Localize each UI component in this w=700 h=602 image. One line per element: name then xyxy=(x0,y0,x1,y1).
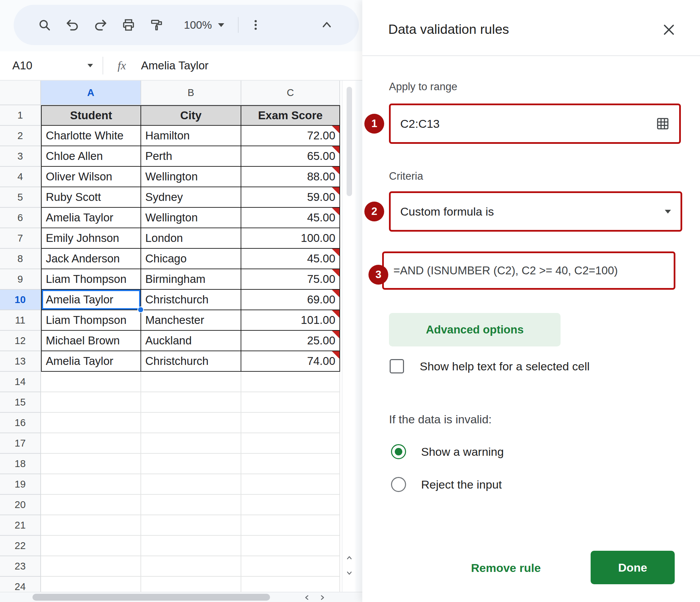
cell-c15[interactable] xyxy=(241,392,340,413)
row-header-15[interactable]: 15 xyxy=(0,392,41,413)
row-header-1[interactable]: 1 xyxy=(0,105,41,126)
cell-b18[interactable] xyxy=(141,454,241,474)
help-text-checkbox[interactable] xyxy=(390,359,404,373)
fill-handle[interactable] xyxy=(137,306,144,313)
cell-a21[interactable] xyxy=(41,515,141,536)
cell-a8[interactable]: Jack Anderson xyxy=(41,249,141,269)
cell-b10[interactable]: Christchurch xyxy=(141,290,241,310)
cell-c9[interactable]: 75.00 xyxy=(241,269,340,290)
scroll-right-button[interactable] xyxy=(318,593,327,602)
cell-c3[interactable]: 65.00 xyxy=(241,146,340,167)
row-header-13[interactable]: 13 xyxy=(0,351,41,372)
cell-a13[interactable]: Amelia Taylor xyxy=(41,351,141,372)
paint-format-button[interactable] xyxy=(147,15,166,35)
cell-b22[interactable] xyxy=(141,536,241,556)
column-header-c[interactable]: C xyxy=(241,81,340,105)
done-button[interactable]: Done xyxy=(591,551,675,584)
row-header-4[interactable]: 4 xyxy=(0,167,41,187)
cell-c17[interactable] xyxy=(241,433,340,454)
row-header-9[interactable]: 9 xyxy=(0,269,41,290)
cell-a20[interactable] xyxy=(41,495,141,515)
cell-a18[interactable] xyxy=(41,454,141,474)
vertical-scrollbar-thumb[interactable] xyxy=(347,87,352,196)
cell-b5[interactable]: Sydney xyxy=(141,187,241,208)
column-header-a[interactable]: A xyxy=(41,81,141,105)
column-header-b[interactable]: B xyxy=(141,81,241,105)
formula-bar-value[interactable]: Amelia Taylor xyxy=(141,59,208,72)
row-header-10[interactable]: 10 xyxy=(0,290,41,310)
cell-c11[interactable]: 101.00 xyxy=(241,310,340,331)
row-header-21[interactable]: 21 xyxy=(0,515,41,536)
cell-b12[interactable]: Auckland xyxy=(141,331,241,351)
row-header-5[interactable]: 5 xyxy=(0,187,41,208)
cell-c8[interactable]: 45.00 xyxy=(241,249,340,269)
select-all-corner[interactable] xyxy=(0,81,41,105)
cell-b21[interactable] xyxy=(141,515,241,536)
cell-a22[interactable] xyxy=(41,536,141,556)
row-header-3[interactable]: 3 xyxy=(0,146,41,167)
cell-b2[interactable]: Hamilton xyxy=(141,126,241,146)
scroll-up-button[interactable] xyxy=(345,553,354,562)
row-header-14[interactable]: 14 xyxy=(0,372,41,392)
apply-range-input[interactable]: C2:C13 xyxy=(389,104,681,144)
cell-b6[interactable]: Wellington xyxy=(141,208,241,228)
reject-input-option[interactable]: Reject the input xyxy=(391,474,502,495)
cell-c4[interactable]: 88.00 xyxy=(241,167,340,187)
custom-formula-input[interactable]: =AND (ISNUMBER (C2), C2 >= 40, C2=100) xyxy=(382,251,675,290)
advanced-options-button[interactable]: Advanced options xyxy=(389,313,561,346)
cell-c5[interactable]: 59.00 xyxy=(241,187,340,208)
undo-button[interactable] xyxy=(63,15,82,35)
cell-c2[interactable]: 72.00 xyxy=(241,126,340,146)
cell-b9[interactable]: Birmingham xyxy=(141,269,241,290)
cell-c16[interactable] xyxy=(241,413,340,433)
cell-c14[interactable] xyxy=(241,372,340,392)
cell-a23[interactable] xyxy=(41,556,141,577)
cell-a4[interactable]: Oliver Wilson xyxy=(41,167,141,187)
cell-b16[interactable] xyxy=(141,413,241,433)
row-header-16[interactable]: 16 xyxy=(0,413,41,433)
cell-b8[interactable]: Chicago xyxy=(141,249,241,269)
horizontal-scrollbar[interactable] xyxy=(0,592,362,602)
cell-b17[interactable] xyxy=(141,433,241,454)
show-warning-option[interactable]: Show a warning xyxy=(391,441,504,462)
help-text-option[interactable]: Show help text for a selected cell xyxy=(390,356,590,377)
cell-c22[interactable] xyxy=(241,536,340,556)
cell-a12[interactable]: Michael Brown xyxy=(41,331,141,351)
cell-b20[interactable] xyxy=(141,495,241,515)
remove-rule-button[interactable]: Remove rule xyxy=(471,557,541,579)
horizontal-scrollbar-thumb[interactable] xyxy=(32,594,270,601)
cell-a9[interactable]: Liam Thompson xyxy=(41,269,141,290)
row-header-8[interactable]: 8 xyxy=(0,249,41,269)
cell-a16[interactable] xyxy=(41,413,141,433)
cell-a14[interactable] xyxy=(41,372,141,392)
vertical-scrollbar[interactable] xyxy=(342,81,355,592)
scroll-left-button[interactable] xyxy=(302,593,311,602)
row-header-6[interactable]: 6 xyxy=(0,208,41,228)
radio-selected-icon[interactable] xyxy=(391,444,406,459)
close-button[interactable] xyxy=(660,20,678,39)
row-header-12[interactable]: 12 xyxy=(0,331,41,351)
row-header-2[interactable]: 2 xyxy=(0,126,41,146)
cell-b23[interactable] xyxy=(141,556,241,577)
cell-c10[interactable]: 69.00 xyxy=(241,290,340,310)
cell-b14[interactable] xyxy=(141,372,241,392)
cell-a10[interactable]: Amelia Taylor xyxy=(41,290,141,310)
cell-c21[interactable] xyxy=(241,515,340,536)
cell-c19[interactable] xyxy=(241,474,340,495)
scroll-down-button[interactable] xyxy=(345,569,354,577)
row-header-19[interactable]: 19 xyxy=(0,474,41,495)
zoom-control[interactable]: 100% xyxy=(184,19,224,31)
cell-b24[interactable] xyxy=(141,577,241,592)
row-header-17[interactable]: 17 xyxy=(0,433,41,454)
cell-b3[interactable]: Perth xyxy=(141,146,241,167)
cell-a17[interactable] xyxy=(41,433,141,454)
cell-b19[interactable] xyxy=(141,474,241,495)
cell-a6[interactable]: Amelia Taylor xyxy=(41,208,141,228)
redo-button[interactable] xyxy=(91,15,110,35)
row-header-7[interactable]: 7 xyxy=(0,228,41,249)
cell-a3[interactable]: Chloe Allen xyxy=(41,146,141,167)
select-data-range-button[interactable] xyxy=(656,117,670,131)
row-header-23[interactable]: 23 xyxy=(0,556,41,577)
row-header-11[interactable]: 11 xyxy=(0,310,41,331)
cell-a5[interactable]: Ruby Scott xyxy=(41,187,141,208)
